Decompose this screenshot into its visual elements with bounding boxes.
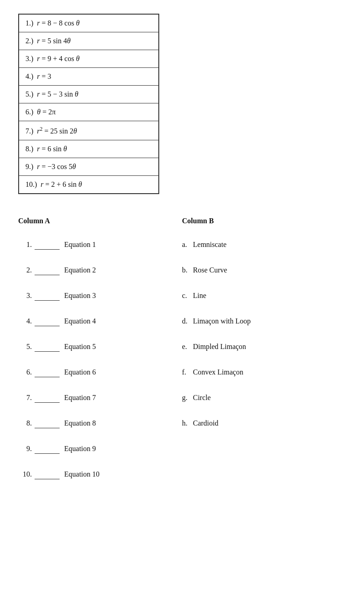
item-number: 8. bbox=[18, 419, 32, 428]
column-b-item: b. Rose Curve bbox=[182, 258, 346, 275]
curve-name: Cardioid bbox=[193, 419, 218, 428]
equation-row: 1.) r = 8 − 8 cos θ bbox=[19, 14, 159, 32]
answer-letter: f. bbox=[182, 368, 193, 377]
equation-row: 10.) r = 2 + 6 sin θ bbox=[19, 176, 159, 194]
equation-label: Equation 8 bbox=[64, 419, 96, 428]
equation-row: 6.) θ = 2π bbox=[19, 103, 159, 121]
answer-letter: b. bbox=[182, 266, 193, 275]
curve-name: Line bbox=[193, 292, 206, 301]
item-number: 9. bbox=[18, 445, 32, 454]
equation-label: Equation 10 bbox=[64, 470, 100, 479]
column-b-item: c. Line bbox=[182, 283, 346, 301]
equations-table: 1.) r = 8 − 8 cos θ2.) r = 5 sin 4θ3.) r… bbox=[18, 14, 159, 194]
equation-label: Equation 3 bbox=[64, 292, 96, 301]
item-number: 6. bbox=[18, 368, 32, 377]
item-number: 10. bbox=[18, 470, 32, 479]
answer-letter: g. bbox=[182, 394, 193, 403]
matching-section: Column A 1. Equation 1 2. Equation 2 3. … bbox=[18, 217, 346, 488]
equation-row: 7.) r2 = 25 sin 2θ bbox=[19, 121, 159, 140]
column-b-item: f. Convex Limaçon bbox=[182, 360, 346, 377]
answer-letter: e. bbox=[182, 343, 193, 352]
answer-blank[interactable] bbox=[35, 344, 60, 352]
answer-blank[interactable] bbox=[35, 267, 60, 275]
equation-row: 9.) r = −3 cos 5θ bbox=[19, 158, 159, 176]
equation-label: Equation 1 bbox=[64, 241, 96, 250]
equation-label: Equation 6 bbox=[64, 368, 96, 377]
column-a-item: 5. Equation 5 bbox=[18, 334, 182, 352]
column-b: Column B a. Lemniscate b. Rose Curve c. … bbox=[182, 217, 346, 488]
answer-blank[interactable] bbox=[35, 318, 60, 326]
curve-name: Limaçon with Loop bbox=[193, 317, 251, 326]
equation-row: 2.) r = 5 sin 4θ bbox=[19, 32, 159, 50]
item-number: 4. bbox=[18, 317, 32, 326]
column-b-item: h. Cardioid bbox=[182, 411, 346, 428]
answer-letter: a. bbox=[182, 241, 193, 250]
equation-label: Equation 4 bbox=[64, 317, 96, 326]
column-a-item: 1. Equation 1 bbox=[18, 232, 182, 250]
column-a-item: 4. Equation 4 bbox=[18, 309, 182, 326]
equation-label: Equation 9 bbox=[64, 445, 96, 454]
answer-blank[interactable] bbox=[35, 395, 60, 403]
equation-label: Equation 2 bbox=[64, 266, 96, 275]
column-a-item: 7. Equation 7 bbox=[18, 385, 182, 403]
column-a-item: 6. Equation 6 bbox=[18, 360, 182, 377]
column-a-item: 9. Equation 9 bbox=[18, 436, 182, 454]
answer-blank[interactable] bbox=[35, 446, 60, 454]
column-b-item: e. Dimpled Limaçon bbox=[182, 334, 346, 352]
item-number: 3. bbox=[18, 292, 32, 301]
column-a-item: 2. Equation 2 bbox=[18, 258, 182, 275]
answer-letter: h. bbox=[182, 419, 193, 428]
curve-name: Dimpled Limaçon bbox=[193, 343, 246, 352]
answer-blank[interactable] bbox=[35, 420, 60, 428]
item-number: 1. bbox=[18, 241, 32, 250]
equation-row: 4.) r = 3 bbox=[19, 68, 159, 86]
column-b-item: g. Circle bbox=[182, 385, 346, 403]
column-a-header: Column A bbox=[18, 217, 182, 225]
equation-row: 3.) r = 9 + 4 cos θ bbox=[19, 50, 159, 68]
column-b-item: d. Limaçon with Loop bbox=[182, 309, 346, 326]
item-number: 5. bbox=[18, 343, 32, 352]
answer-blank[interactable] bbox=[35, 293, 60, 301]
answer-blank[interactable] bbox=[35, 369, 60, 377]
column-b-item: a. Lemniscate bbox=[182, 232, 346, 250]
answer-blank[interactable] bbox=[35, 471, 60, 479]
answer-letter: c. bbox=[182, 292, 193, 301]
answer-letter: d. bbox=[182, 317, 193, 326]
column-a-item: 8. Equation 8 bbox=[18, 411, 182, 428]
item-number: 7. bbox=[18, 394, 32, 403]
answer-blank[interactable] bbox=[35, 241, 60, 250]
equation-row: 5.) r = 5 − 3 sin θ bbox=[19, 86, 159, 103]
column-a-item: 3. Equation 3 bbox=[18, 283, 182, 301]
equation-row: 8.) r = 6 sin θ bbox=[19, 140, 159, 158]
curve-name: Lemniscate bbox=[193, 241, 227, 250]
curve-name: Circle bbox=[193, 394, 211, 403]
equation-label: Equation 5 bbox=[64, 343, 96, 352]
curve-name: Convex Limaçon bbox=[193, 368, 243, 377]
column-b-header: Column B bbox=[182, 217, 346, 225]
column-a-item: 10. Equation 10 bbox=[18, 462, 182, 479]
equation-label: Equation 7 bbox=[64, 394, 96, 403]
item-number: 2. bbox=[18, 266, 32, 275]
column-a: Column A 1. Equation 1 2. Equation 2 3. … bbox=[18, 217, 182, 488]
curve-name: Rose Curve bbox=[193, 266, 227, 275]
